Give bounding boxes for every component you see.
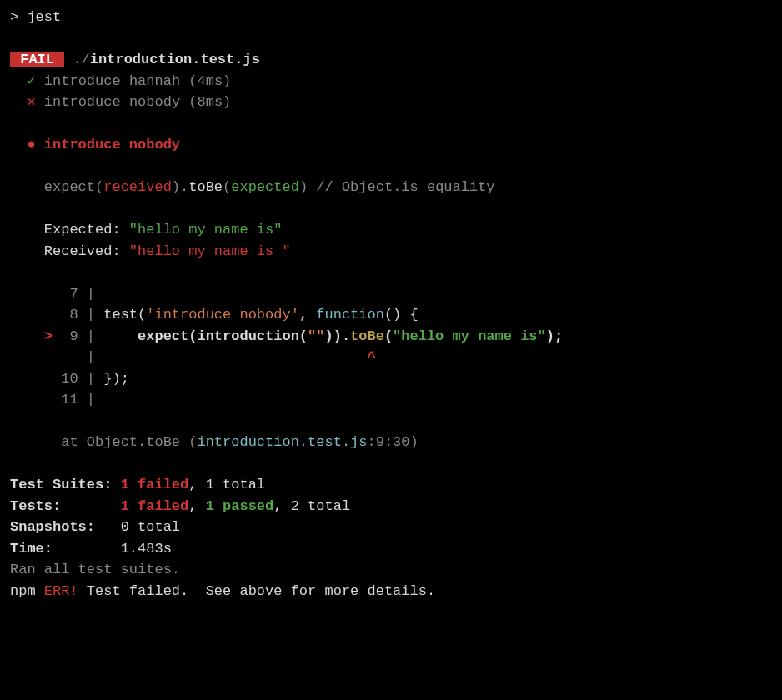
failed-section-header: ● introduce nobody	[10, 134, 772, 156]
test-name: introduce nobody	[44, 94, 180, 110]
line-num: 10	[61, 371, 78, 387]
npm-error-line: npm ERR! Test failed. See above for more…	[10, 581, 772, 602]
line-num: 9	[61, 328, 78, 344]
code-line-9: > 9 | expect(introduction("")).toBe("hel…	[10, 326, 772, 348]
summary-snapshots: Snapshots: 0 total	[10, 517, 772, 538]
blank-line	[10, 113, 772, 135]
stack-loc: :9:30)	[368, 434, 419, 450]
tests-label: Tests:	[10, 498, 121, 514]
caret-icon: ^	[368, 349, 376, 365]
file-name: introduction.test.js	[90, 52, 260, 68]
test-row: ✕ introduce nobody (8ms)	[10, 92, 772, 113]
received-value: "hello my name is "	[129, 243, 291, 259]
test-time: (4ms)	[188, 73, 231, 89]
x-icon: ✕	[27, 94, 35, 110]
blank-line	[10, 28, 772, 50]
time-label: Time:	[10, 541, 121, 557]
code-line-10: 10 | });	[10, 368, 772, 390]
npm-err-label: ERR!	[44, 583, 78, 599]
time-value: 1.483s	[121, 541, 172, 557]
error-pointer-icon: >	[44, 328, 53, 344]
stack-trace: at Object.toBe (introduction.test.js:9:3…	[10, 432, 772, 453]
expected-label: Expected:	[44, 222, 129, 238]
stack-file: introduction.test.js	[197, 434, 367, 450]
bullet-icon: ●	[27, 137, 35, 152]
tests-failed: 1 failed	[121, 498, 189, 514]
summary-time: Time: 1.483s	[10, 538, 772, 560]
code-line-11: 11 |	[10, 389, 772, 411]
code-line-8: 8 | test('introduce nobody', function() …	[10, 304, 772, 326]
received-keyword: received	[103, 179, 172, 195]
test-name: introduce hannah	[44, 73, 180, 89]
npm-err-msg: Test failed. See above for more details.	[78, 583, 435, 599]
expected-value: "hello my name is"	[129, 222, 283, 238]
line-num: 7	[61, 286, 78, 302]
blank-line	[10, 411, 772, 432]
ran-all-suites: Ran all test suites.	[10, 559, 772, 581]
expected-line: Expected: "hello my name is"	[10, 219, 772, 241]
summary-tests: Tests: 1 failed, 1 passed, 2 total	[10, 496, 772, 518]
tests-passed: 1 passed	[206, 498, 274, 514]
snapshots-value: 0 total	[121, 519, 180, 535]
caret-line: | ^	[10, 347, 772, 368]
file-prefix: ./	[64, 52, 90, 68]
fail-badge: FAIL	[10, 52, 64, 68]
blank-line	[10, 453, 772, 475]
test-time: (8ms)	[188, 94, 231, 110]
expected-keyword: expected	[231, 179, 299, 195]
blank-line	[10, 156, 772, 178]
test-row: ✓ introduce hannah (4ms)	[10, 71, 772, 92]
check-icon: ✓	[27, 73, 35, 89]
summary-suites: Test Suites: 1 failed, 1 total	[10, 474, 772, 496]
line-num: 8	[61, 307, 78, 322]
blank-line	[10, 198, 772, 220]
snapshots-label: Snapshots:	[10, 519, 121, 535]
code-line-7: 7 |	[10, 283, 772, 305]
suites-label: Test Suites:	[10, 477, 121, 492]
received-line: Received: "hello my name is "	[10, 241, 772, 262]
suites-failed: 1 failed	[121, 477, 189, 492]
fail-line: FAIL ./introduction.test.js	[10, 49, 772, 71]
blank-line	[10, 262, 772, 283]
expect-syntax-line: expect(received).toBe(expected) // Objec…	[10, 177, 772, 198]
command-prompt: > jest	[10, 7, 772, 28]
received-label: Received:	[44, 243, 129, 259]
failed-test-name: introduce nobody	[44, 137, 180, 152]
line-num: 11	[61, 392, 78, 408]
prompt-text: > jest	[10, 9, 61, 25]
